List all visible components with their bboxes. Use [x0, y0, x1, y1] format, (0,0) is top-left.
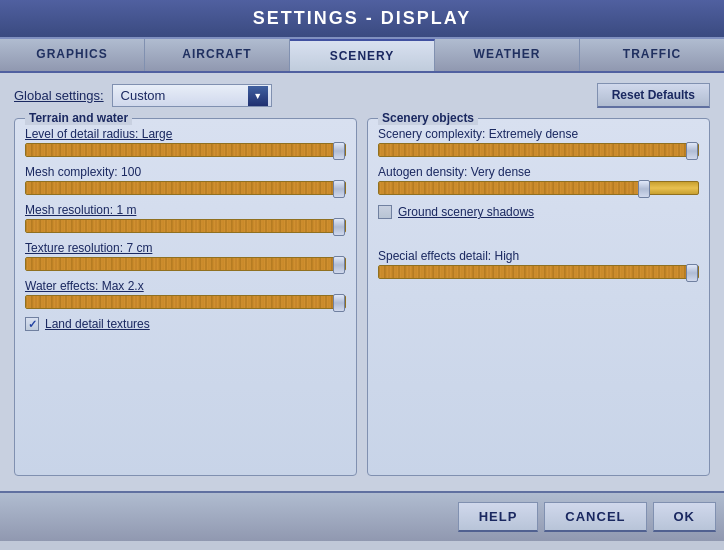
- mesh-resolution-label: Mesh resolution: 1 m: [25, 203, 346, 217]
- global-settings-label: Global settings:: [14, 88, 104, 103]
- autogen-density-slider-track[interactable]: [378, 181, 699, 195]
- mesh-resolution-slider-thumb[interactable]: [333, 218, 345, 236]
- mesh-complexity-slider-track[interactable]: [25, 181, 346, 195]
- land-detail-textures-checkbox[interactable]: [25, 317, 39, 331]
- water-effects-label: Water effects: Max 2.x: [25, 279, 346, 293]
- special-effects-slider-fill: [379, 266, 686, 278]
- texture-resolution-slider-thumb[interactable]: [333, 256, 345, 274]
- mesh-complexity-slider-fill: [26, 182, 333, 194]
- water-effects-slider-track[interactable]: [25, 295, 346, 309]
- land-detail-textures-label: Land detail textures: [45, 317, 150, 331]
- settings-panels: Terrain and water Level of detail radius…: [14, 118, 710, 476]
- tab-bar: GRAPHICS AIRCRAFT SCENERY WEATHER TRAFFI…: [0, 39, 724, 73]
- scenery-complexity-slider-container: [378, 143, 699, 157]
- autogen-density-slider-container: [378, 181, 699, 195]
- ground-scenery-shadows-label: Ground scenery shadows: [398, 205, 534, 219]
- title-bar: SETTINGS - DISPLAY: [0, 0, 724, 39]
- lod-radius-slider-track[interactable]: [25, 143, 346, 157]
- setting-scenery-complexity: Scenery complexity: Extremely dense: [378, 127, 699, 157]
- tab-weather[interactable]: WEATHER: [435, 39, 580, 71]
- terrain-panel: Terrain and water Level of detail radius…: [14, 118, 357, 476]
- tab-traffic[interactable]: TRAFFIC: [580, 39, 724, 71]
- mesh-resolution-slider-container: [25, 219, 346, 233]
- texture-resolution-label: Texture resolution: 7 cm: [25, 241, 346, 255]
- autogen-density-slider-thumb[interactable]: [638, 180, 650, 198]
- global-select-wrapper: Custom Low Medium High Ultra High: [112, 84, 272, 107]
- special-effects-label: Special effects detail: High: [378, 249, 699, 263]
- scenery-complexity-slider-thumb[interactable]: [686, 142, 698, 160]
- lod-radius-slider-fill: [26, 144, 333, 156]
- global-settings-row: Global settings: Custom Low Medium High …: [14, 83, 710, 108]
- help-button[interactable]: HELP: [458, 502, 539, 532]
- texture-resolution-slider-container: [25, 257, 346, 271]
- setting-special-effects: Special effects detail: High: [378, 249, 699, 279]
- scenery-panel: Scenery objects Scenery complexity: Extr…: [367, 118, 710, 476]
- water-effects-slider-thumb[interactable]: [333, 294, 345, 312]
- ok-button[interactable]: OK: [653, 502, 717, 532]
- water-effects-slider-fill: [26, 296, 333, 308]
- tab-graphics[interactable]: GRAPHICS: [0, 39, 145, 71]
- scenery-complexity-slider-track[interactable]: [378, 143, 699, 157]
- autogen-density-label: Autogen density: Very dense: [378, 165, 699, 179]
- special-effects-slider-thumb[interactable]: [686, 264, 698, 282]
- special-effects-slider-track[interactable]: [378, 265, 699, 279]
- mesh-resolution-slider-fill: [26, 220, 333, 232]
- lod-radius-slider-thumb[interactable]: [333, 142, 345, 160]
- setting-autogen-density: Autogen density: Very dense: [378, 165, 699, 195]
- special-effects-slider-container: [378, 265, 699, 279]
- land-detail-textures-row: Land detail textures: [25, 317, 346, 331]
- water-effects-slider-container: [25, 295, 346, 309]
- setting-lod-radius: Level of detail radius: Large: [25, 127, 346, 157]
- scenery-complexity-label: Scenery complexity: Extremely dense: [378, 127, 699, 141]
- mesh-complexity-label: Mesh complexity: 100: [25, 165, 346, 179]
- tab-scenery[interactable]: SCENERY: [290, 39, 435, 71]
- setting-texture-resolution: Texture resolution: 7 cm: [25, 241, 346, 271]
- mesh-resolution-slider-track[interactable]: [25, 219, 346, 233]
- main-content: Global settings: Custom Low Medium High …: [0, 73, 724, 491]
- page-title: SETTINGS - DISPLAY: [253, 8, 471, 28]
- setting-mesh-resolution: Mesh resolution: 1 m: [25, 203, 346, 233]
- texture-resolution-slider-track[interactable]: [25, 257, 346, 271]
- ground-scenery-shadows-row: Ground scenery shadows: [378, 205, 699, 219]
- setting-water-effects: Water effects: Max 2.x: [25, 279, 346, 309]
- scenery-panel-title: Scenery objects: [378, 111, 478, 125]
- mesh-complexity-slider-container: [25, 181, 346, 195]
- lod-radius-slider-container: [25, 143, 346, 157]
- reset-defaults-button[interactable]: Reset Defaults: [597, 83, 710, 108]
- global-settings-select[interactable]: Custom Low Medium High Ultra High: [112, 84, 272, 107]
- autogen-density-slider-fill: [379, 182, 638, 194]
- ground-scenery-shadows-checkbox[interactable]: [378, 205, 392, 219]
- bottom-bar: HELP CANCEL OK: [0, 491, 724, 541]
- tab-aircraft[interactable]: AIRCRAFT: [145, 39, 290, 71]
- cancel-button[interactable]: CANCEL: [544, 502, 646, 532]
- setting-mesh-complexity: Mesh complexity: 100: [25, 165, 346, 195]
- texture-resolution-slider-fill: [26, 258, 333, 270]
- mesh-complexity-slider-thumb[interactable]: [333, 180, 345, 198]
- lod-radius-label: Level of detail radius: Large: [25, 127, 346, 141]
- terrain-panel-title: Terrain and water: [25, 111, 132, 125]
- scenery-complexity-slider-fill: [379, 144, 686, 156]
